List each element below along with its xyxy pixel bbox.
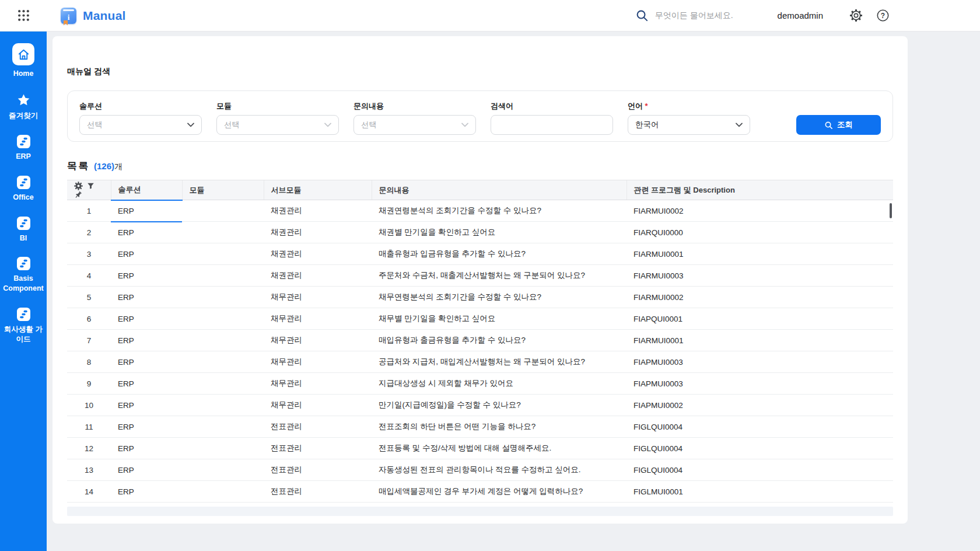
cell-program[interactable]: FIARQUI0000 [626,222,893,243]
cell-program[interactable]: FIAPQUI0001 [626,308,893,330]
sidebar-item-company-life-guide[interactable]: 회사생활 가이드 [0,308,47,344]
module-select[interactable]: 선택 [216,115,339,135]
cell-module[interactable] [182,222,264,243]
language-select[interactable]: 한국어 [628,115,750,135]
sidebar-item-home[interactable]: Home [0,43,47,79]
pin-icon[interactable] [74,191,82,199]
cell-inquiry[interactable]: 채권별 만기일을 확인하고 싶어요 [372,222,626,243]
cell-inquiry[interactable]: 매출유형과 입금유형을 추가할 수 있나요? [372,243,626,265]
cell-submodule[interactable]: 채무관리 [264,330,372,351]
inquiry-select[interactable]: 선택 [354,115,476,135]
cell-module[interactable] [182,351,264,373]
cell-inquiry[interactable]: 매입세액불공제인 경우 부가세 계정은 어떻게 입력하나요? [372,481,626,503]
cell-submodule[interactable]: 전표관리 [264,438,372,459]
username[interactable]: demoadmin [778,11,823,20]
cell-submodule[interactable]: 채권관리 [264,243,372,265]
column-header-3[interactable]: 문의내용 [372,180,626,200]
cell-submodule[interactable]: 전표관리 [264,459,372,481]
cell-program[interactable]: FIAPMUI0003 [626,373,893,395]
cell-submodule[interactable]: 전표관리 [264,481,372,503]
cell-submodule[interactable]: 채무관리 [264,287,372,308]
cell-inquiry[interactable]: 지급대상생성 시 제외할 채무가 있어요 [372,373,626,395]
cell-solution[interactable]: ERP [111,200,182,222]
cell-program[interactable]: FIGLQUI0004 [626,438,893,459]
cell-program[interactable]: FIARMUI0002 [626,200,893,222]
cell-module[interactable] [182,287,264,308]
column-header-1[interactable]: 모듈 [182,180,264,200]
cell-submodule[interactable]: 전표관리 [264,416,372,438]
cell-submodule[interactable]: 채무관리 [264,308,372,330]
column-settings-gear-icon[interactable] [74,182,83,190]
cell-inquiry[interactable]: 매입유형과 출금유형을 추가할 수 있나요? [372,330,626,351]
cell-module[interactable] [182,416,264,438]
cell-inquiry[interactable]: 주문처와 수금처, 매출계산서발행처는 왜 구분되어 있나요? [372,265,626,287]
cell-module[interactable] [182,308,264,330]
cell-solution[interactable]: ERP [111,481,182,503]
cell-program[interactable]: FIARMUI0003 [626,265,893,287]
keyword-input[interactable] [491,115,613,135]
cell-module[interactable] [182,373,264,395]
sidebar-item-basis-component[interactable]: Basis Component [0,257,47,294]
cell-module[interactable] [182,243,264,265]
sidebar-item-erp[interactable]: ERP [0,135,47,162]
cell-solution[interactable]: ERP [111,459,182,481]
cell-solution[interactable]: ERP [111,351,182,373]
vertical-scrollbar-thumb[interactable] [890,203,892,218]
sidebar-item-favorites[interactable]: 즐겨찾기 [0,93,47,121]
cell-inquiry[interactable]: 전표조회의 하단 버튼은 어떤 기능을 하나요? [372,416,626,438]
cell-solution[interactable]: ERP [111,416,182,438]
cell-inquiry[interactable]: 전표등록 및 수정/삭제 방법에 대해 설명해주세요. [372,438,626,459]
cell-solution[interactable]: ERP [111,330,182,351]
search-button[interactable]: 조회 [796,115,881,135]
cell-module[interactable] [182,395,264,416]
cell-program[interactable]: FIGLQUI0004 [626,459,893,481]
cell-submodule[interactable]: 채권관리 [264,200,372,222]
cell-submodule[interactable]: 채권관리 [264,265,372,287]
cell-solution[interactable]: ERP [111,287,182,308]
settings-gear-icon[interactable] [849,9,863,22]
help-icon[interactable]: ? [876,9,890,22]
cell-submodule[interactable]: 채권관리 [264,222,372,243]
cell-inquiry[interactable]: 자동생성된 전표의 관리항목이나 적요를 수정하고 싶어요. [372,459,626,481]
filter-funnel-icon[interactable] [87,182,94,190]
app-launcher-icon[interactable] [18,9,30,22]
cell-inquiry[interactable]: 채무연령분석의 조회기간을 수정할 수 있나요? [372,287,626,308]
cell-solution[interactable]: ERP [111,438,182,459]
column-header-4[interactable]: 관련 프로그램 및 Description [626,180,893,200]
cell-inquiry[interactable]: 채권연령분석의 조회기간을 수정할 수 있나요? [372,200,626,222]
cell-solution[interactable]: ERP [111,373,182,395]
cell-program[interactable]: FIARMUI0001 [626,243,893,265]
solution-select[interactable]: 선택 [79,115,202,135]
sidebar-item-office[interactable]: Office [0,176,47,203]
cell-module[interactable] [182,200,264,222]
column-header-2[interactable]: 서브모듈 [264,180,372,200]
cell-module[interactable] [182,265,264,287]
horizontal-scrollbar-track[interactable] [67,507,893,516]
cell-program[interactable]: FIGLQUI0004 [626,416,893,438]
cell-inquiry[interactable]: 채무별 만기일을 확인하고 싶어요 [372,308,626,330]
cell-module[interactable] [182,438,264,459]
cell-program[interactable]: FIAPMUI0002 [626,395,893,416]
cell-solution[interactable]: ERP [111,308,182,330]
cell-submodule[interactable]: 채무관리 [264,395,372,416]
cell-program[interactable]: FIAPMUI0003 [626,351,893,373]
cell-module[interactable] [182,459,264,481]
cell-submodule[interactable]: 채무관리 [264,351,372,373]
column-header-0[interactable]: 솔루션 [111,180,182,200]
cell-inquiry[interactable]: 만기일(지급예정일)을 수정할 수 있나요? [372,395,626,416]
sidebar-item-bi[interactable]: BI [0,217,47,243]
cell-solution[interactable]: ERP [111,222,182,243]
cell-module[interactable] [182,330,264,351]
cell-solution[interactable]: ERP [111,265,182,287]
cell-program[interactable]: FIARMUI0001 [626,330,893,351]
manual-app-logo[interactable]: i Manual [61,8,126,24]
cell-submodule[interactable]: 채무관리 [264,373,372,395]
cell-solution[interactable]: ERP [111,395,182,416]
cell-module[interactable] [182,481,264,503]
cell-solution[interactable]: ERP [111,243,182,265]
cell-program[interactable]: FIGLMUI0001 [626,481,893,503]
table-row: 1ERP채권관리채권연령분석의 조회기간을 수정할 수 있나요?FIARMUI0… [67,200,893,222]
cell-program[interactable]: FIARMUI0002 [626,287,893,308]
cell-inquiry[interactable]: 공급처와 지급처, 매입계산서발행처는 왜 구분되어 있나요? [372,351,626,373]
global-search[interactable]: 무엇이든 물어보세요. [635,9,733,22]
